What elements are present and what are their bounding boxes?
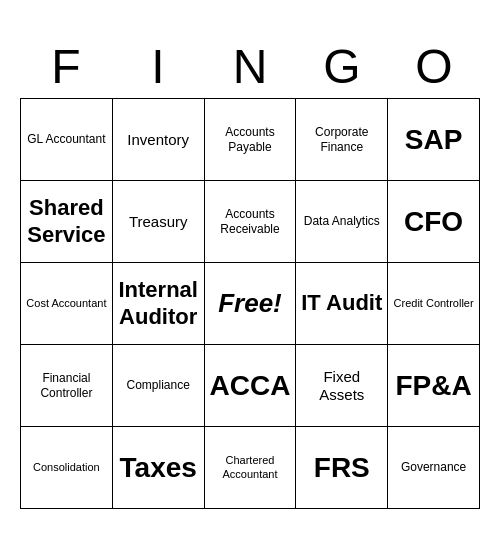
bingo-cell[interactable]: IT Audit xyxy=(296,263,388,345)
bingo-cell[interactable]: Consolidation xyxy=(21,427,113,509)
cell-text: Compliance xyxy=(127,378,190,392)
bingo-cell[interactable]: Taxes xyxy=(113,427,205,509)
bingo-cell[interactable]: Shared Service xyxy=(21,181,113,263)
header-letter: N xyxy=(204,35,296,98)
bingo-cell[interactable]: Data Analytics xyxy=(296,181,388,263)
cell-text: Free! xyxy=(218,288,282,319)
cell-text: FRS xyxy=(314,451,370,485)
bingo-cell[interactable]: ACCA xyxy=(205,345,297,427)
bingo-cell[interactable]: FRS xyxy=(296,427,388,509)
bingo-cell[interactable]: SAP xyxy=(388,99,480,181)
bingo-cell[interactable]: CFO xyxy=(388,181,480,263)
cell-text: Cost Accountant xyxy=(26,297,106,310)
cell-text: FP&A xyxy=(395,369,471,403)
bingo-cell[interactable]: Governance xyxy=(388,427,480,509)
cell-text: SAP xyxy=(405,123,463,157)
header-letter: I xyxy=(112,35,204,98)
header-letter: O xyxy=(388,35,480,98)
bingo-cell[interactable]: Accounts Receivable xyxy=(205,181,297,263)
bingo-cell[interactable]: Inventory xyxy=(113,99,205,181)
bingo-header: FINGO xyxy=(20,35,480,98)
bingo-cell[interactable]: Accounts Payable xyxy=(205,99,297,181)
bingo-cell[interactable]: Financial Controller xyxy=(21,345,113,427)
cell-text: Internal Auditor xyxy=(117,277,200,330)
bingo-cell[interactable]: Credit Controller xyxy=(388,263,480,345)
cell-text: Financial Controller xyxy=(25,371,108,400)
cell-text: ACCA xyxy=(210,369,291,403)
free-cell[interactable]: Free! xyxy=(205,263,297,345)
cell-text: Corporate Finance xyxy=(300,125,383,154)
cell-text: IT Audit xyxy=(301,290,382,316)
bingo-cell[interactable]: Internal Auditor xyxy=(113,263,205,345)
cell-text: Governance xyxy=(401,460,466,474)
bingo-cell[interactable]: FP&A xyxy=(388,345,480,427)
header-letter: F xyxy=(20,35,112,98)
bingo-cell[interactable]: Chartered Accountant xyxy=(205,427,297,509)
cell-text: Fixed Assets xyxy=(300,368,383,404)
bingo-cell[interactable]: GL Accountant xyxy=(21,99,113,181)
cell-text: Accounts Receivable xyxy=(209,207,292,236)
cell-text: Accounts Payable xyxy=(209,125,292,154)
cell-text: Treasury xyxy=(129,213,188,231)
bingo-cell[interactable]: Treasury xyxy=(113,181,205,263)
bingo-cell[interactable]: Corporate Finance xyxy=(296,99,388,181)
bingo-cell[interactable]: Compliance xyxy=(113,345,205,427)
bingo-grid: GL AccountantInventoryAccounts PayableCo… xyxy=(20,98,480,509)
cell-text: Taxes xyxy=(120,451,197,485)
header-letter: G xyxy=(296,35,388,98)
cell-text: Consolidation xyxy=(33,461,100,474)
bingo-card: FINGO GL AccountantInventoryAccounts Pay… xyxy=(20,35,480,509)
cell-text: Chartered Accountant xyxy=(209,454,292,480)
cell-text: CFO xyxy=(404,205,463,239)
cell-text: Shared Service xyxy=(25,195,108,248)
bingo-cell[interactable]: Cost Accountant xyxy=(21,263,113,345)
cell-text: Data Analytics xyxy=(304,214,380,228)
cell-text: Inventory xyxy=(127,131,189,149)
bingo-cell[interactable]: Fixed Assets xyxy=(296,345,388,427)
cell-text: Credit Controller xyxy=(394,297,474,310)
cell-text: GL Accountant xyxy=(27,132,105,146)
